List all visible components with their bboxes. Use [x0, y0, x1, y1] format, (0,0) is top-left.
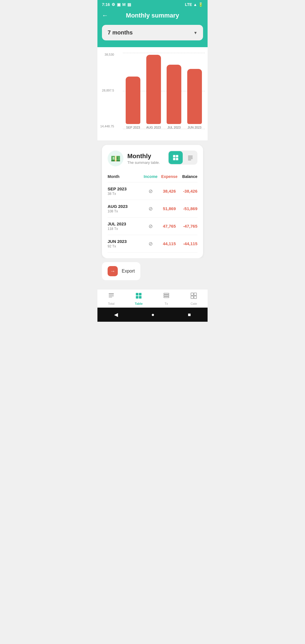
system-nav-bar: ◀ ● ■	[97, 308, 208, 322]
period-label: 7 months	[108, 29, 133, 36]
nav-cate[interactable]: Cate	[180, 292, 208, 305]
svg-rect-6	[188, 158, 193, 159]
bars-container: SEP 2023 AUG 2023 JUL 2023 JUN 2023	[123, 53, 205, 129]
tx-icon	[163, 292, 170, 301]
svg-rect-13	[139, 293, 141, 295]
svg-rect-0	[173, 155, 175, 157]
table-view-button[interactable]	[169, 151, 183, 164]
svg-rect-11	[109, 297, 112, 297]
svg-rect-21	[191, 296, 193, 299]
recent-system-button[interactable]: ■	[188, 312, 191, 318]
svg-rect-1	[176, 155, 178, 157]
total-icon	[108, 292, 115, 301]
svg-rect-17	[164, 295, 169, 296]
row-balance-sep: -38,426	[179, 189, 197, 193]
nav-label-tx: Tx	[165, 302, 168, 305]
export-button[interactable]: → Export	[102, 262, 140, 280]
svg-rect-20	[194, 293, 197, 295]
bar-aug	[146, 55, 161, 124]
svg-rect-8	[109, 293, 114, 294]
y-label-low: 14,448.75	[100, 125, 116, 128]
row-expense-sep: 38,426	[160, 189, 179, 193]
svg-rect-5	[188, 157, 193, 158]
period-dropdown[interactable]: 7 months ▼	[102, 25, 203, 40]
card-header: 💵 Monthly The summary table.	[108, 151, 197, 166]
th-income: Income	[141, 174, 160, 179]
row-tx-sep: 38 Tx	[108, 192, 141, 196]
row-balance-aug: -51,869	[179, 206, 197, 211]
monthly-icon: 💵	[108, 151, 123, 166]
card-subtitle: The summary table.	[127, 160, 160, 165]
svg-rect-16	[164, 293, 169, 294]
y-label-mid: 28,897.5	[100, 89, 116, 92]
table-row[interactable]: AUG 2023 108 Tx ⊘ 51,869 -51,869	[108, 200, 197, 217]
wallet-icon: ▣	[117, 2, 121, 7]
table-row[interactable]: JUL 2023 118 Tx ⊘ 47,765 -47,765	[108, 217, 197, 235]
back-system-button[interactable]: ◀	[114, 312, 118, 318]
card-title: Monthly	[127, 153, 160, 160]
bar-chart: 38,530 28,897.5 14,448.75 SEP 2023 AUG 2…	[100, 53, 205, 138]
nav-label-cate: Cate	[191, 302, 197, 305]
row-expense-aug: 51,869	[160, 206, 179, 211]
card-title-area: 💵 Monthly The summary table.	[108, 151, 160, 166]
nav-total[interactable]: Total	[97, 292, 125, 305]
bar-label-aug: AUG 2023	[146, 126, 161, 129]
svg-rect-2	[173, 158, 175, 160]
svg-rect-15	[139, 296, 141, 299]
header: ← Monthly summary	[97, 9, 208, 25]
page-title: Monthly summary	[126, 12, 179, 19]
chevron-down-icon: ▼	[193, 31, 197, 35]
cate-icon	[190, 292, 197, 301]
export-icon: →	[108, 266, 118, 276]
svg-rect-18	[164, 297, 169, 298]
bottom-nav: Total Table Tx Cate	[97, 289, 208, 308]
nav-label-table: Table	[135, 302, 143, 305]
svg-rect-3	[176, 158, 178, 160]
svg-rect-4	[188, 156, 193, 156]
row-month-jun: JUN 2023	[108, 239, 141, 244]
svg-rect-14	[136, 296, 138, 299]
menu-icon: ▤	[127, 2, 131, 7]
th-expense: Expense	[160, 174, 179, 179]
y-label-top: 38,530	[100, 53, 116, 56]
svg-rect-12	[136, 293, 138, 295]
card-actions	[168, 151, 197, 165]
network-label: LTE	[185, 2, 192, 7]
table-row[interactable]: JUN 2023 92 Tx ⊘ 44,115 -44,115	[108, 235, 197, 253]
row-expense-jun: 44,115	[160, 241, 179, 246]
bar-sep-2023: SEP 2023	[126, 77, 140, 129]
list-view-button[interactable]	[183, 151, 197, 165]
bar-jul	[167, 65, 181, 124]
bar-label-jun: JUN 2023	[188, 126, 201, 129]
export-label: Export	[122, 269, 135, 274]
row-balance-jun: -44,115	[179, 241, 197, 246]
svg-rect-19	[191, 293, 193, 295]
row-income-jun: ⊘	[141, 241, 160, 247]
svg-rect-7	[188, 160, 191, 160]
row-income-jul: ⊘	[141, 223, 160, 229]
mail-icon: M	[122, 2, 126, 7]
row-income-aug: ⊘	[141, 206, 160, 212]
row-month-jul: JUL 2023	[108, 221, 141, 226]
row-month-aug: AUG 2023	[108, 204, 141, 209]
svg-rect-9	[109, 295, 114, 295]
status-time: 7:16	[102, 2, 110, 7]
bar-sep	[126, 77, 140, 124]
th-balance: Balance	[179, 174, 197, 179]
home-system-button[interactable]: ●	[151, 312, 154, 318]
bar-label-jul: JUL 2023	[167, 126, 181, 129]
settings-icon: ⚙	[112, 2, 115, 7]
back-button[interactable]: ←	[102, 12, 108, 19]
table-row[interactable]: SEP 2023 38 Tx ⊘ 38,426 -38,426	[108, 182, 197, 200]
row-tx-aug: 108 Tx	[108, 209, 141, 213]
nav-tx[interactable]: Tx	[152, 292, 180, 305]
status-bar: 7:16 ⚙ ▣ M ▤ LTE ▲ 🔋	[97, 0, 208, 9]
bar-label-sep: SEP 2023	[126, 126, 140, 129]
summary-card: 💵 Monthly The summary table.	[102, 145, 203, 258]
table-header: Month Income Expense Balance	[108, 172, 197, 182]
export-section: → Export	[102, 258, 203, 280]
nav-table[interactable]: Table	[125, 292, 153, 305]
bar-jul-2023: JUL 2023	[167, 65, 181, 129]
row-month-sep: SEP 2023	[108, 186, 141, 191]
table-icon	[173, 155, 179, 161]
